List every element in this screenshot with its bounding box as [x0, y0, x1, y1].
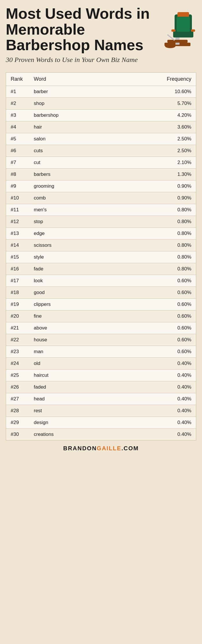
table-row: #21above0.60% — [6, 322, 196, 334]
footer-com: .COM — [121, 445, 139, 451]
cell-rank: #13 — [6, 227, 29, 239]
table-row: #13edge0.80% — [6, 227, 196, 239]
cell-word: salon — [29, 133, 113, 145]
table-row: #20fine0.60% — [6, 310, 196, 322]
svg-rect-3 — [173, 31, 193, 37]
cell-word: creations — [29, 428, 113, 440]
cell-rank: #17 — [6, 275, 29, 287]
cell-frequency: 5.70% — [113, 97, 196, 109]
footer: BRANDONGAILLE.COM — [6, 440, 196, 456]
table-row: #7cut2.10% — [6, 157, 196, 168]
table-row: #23man0.60% — [6, 346, 196, 357]
table-row: #12stop0.80% — [6, 216, 196, 227]
cell-word: cuts — [29, 145, 113, 157]
cell-word: man — [29, 346, 113, 357]
cell-rank: #16 — [6, 263, 29, 275]
title-block: Most Used Words in Memorable Barbershop … — [6, 6, 156, 69]
cell-rank: #15 — [6, 251, 29, 263]
cell-frequency: 10.60% — [113, 86, 196, 97]
table-row: #30creations0.40% — [6, 428, 196, 440]
cell-frequency: 0.60% — [113, 287, 196, 298]
cell-frequency: 0.80% — [113, 263, 196, 275]
cell-frequency: 0.60% — [113, 334, 196, 346]
cell-word: old — [29, 357, 113, 369]
cell-rank: #20 — [6, 310, 29, 322]
cell-frequency: 0.40% — [113, 405, 196, 417]
cell-frequency: 0.90% — [113, 180, 196, 192]
cell-rank: #23 — [6, 346, 29, 357]
table-row: #29design0.40% — [6, 417, 196, 428]
svg-rect-5 — [191, 29, 195, 32]
cell-rank: #25 — [6, 369, 29, 381]
cell-rank: #18 — [6, 287, 29, 298]
cell-frequency: 0.80% — [113, 227, 196, 239]
svg-point-9 — [165, 44, 175, 48]
cell-rank: #19 — [6, 298, 29, 310]
table-row: #26faded0.40% — [6, 381, 196, 393]
cell-rank: #9 — [6, 180, 29, 192]
cell-word: barber — [29, 86, 113, 97]
table-row: #24old0.40% — [6, 357, 196, 369]
cell-word: men's — [29, 204, 113, 216]
cell-frequency: 3.60% — [113, 121, 196, 133]
cell-word: barbers — [29, 168, 113, 180]
header-section: Most Used Words in Memorable Barbershop … — [6, 6, 196, 69]
cell-frequency: 0.60% — [113, 310, 196, 322]
svg-rect-6 — [177, 12, 189, 17]
cell-frequency: 0.80% — [113, 216, 196, 227]
table-row: #1barber10.60% — [6, 86, 196, 97]
cell-word: rest — [29, 405, 113, 417]
cell-frequency: 0.40% — [113, 381, 196, 393]
cell-word: hair — [29, 121, 113, 133]
footer-brandon: BRANDON — [63, 445, 97, 451]
cell-rank: #28 — [6, 405, 29, 417]
table-row: #14scissors0.80% — [6, 239, 196, 251]
cell-frequency: 0.60% — [113, 275, 196, 287]
table-row: #22house0.60% — [6, 334, 196, 346]
cell-word: style — [29, 251, 113, 263]
table-row: #15style0.80% — [6, 251, 196, 263]
cell-word: cut — [29, 157, 113, 168]
cell-rank: #3 — [6, 109, 29, 121]
table-row: #8barbers1.30% — [6, 168, 196, 180]
table-row: #16fade0.80% — [6, 263, 196, 275]
cell-frequency: 0.80% — [113, 251, 196, 263]
cell-rank: #26 — [6, 381, 29, 393]
svg-rect-4 — [171, 29, 175, 32]
data-table: Rank Word Frequency #1barber10.60%#2shop… — [6, 73, 196, 440]
cell-word: faded — [29, 381, 113, 393]
table-row: #27head0.40% — [6, 393, 196, 405]
cell-word: above — [29, 322, 113, 334]
table-row: #5salon2.50% — [6, 133, 196, 145]
cell-word: shop — [29, 97, 113, 109]
col-word-header: Word — [29, 73, 113, 86]
cell-word: look — [29, 275, 113, 287]
cell-frequency: 0.40% — [113, 357, 196, 369]
table-row: #28rest0.40% — [6, 405, 196, 417]
table-row: #18good0.60% — [6, 287, 196, 298]
cell-rank: #4 — [6, 121, 29, 133]
cell-word: house — [29, 334, 113, 346]
page-container: Most Used Words in Memorable Barbershop … — [0, 0, 202, 456]
cell-word: design — [29, 417, 113, 428]
cell-frequency: 0.40% — [113, 393, 196, 405]
cell-rank: #11 — [6, 204, 29, 216]
cell-word: scissors — [29, 239, 113, 251]
cell-word: haircut — [29, 369, 113, 381]
cell-word: stop — [29, 216, 113, 227]
cell-word: clippers — [29, 298, 113, 310]
cell-rank: #29 — [6, 417, 29, 428]
cell-rank: #24 — [6, 357, 29, 369]
main-title: Most Used Words in Memorable Barbershop … — [6, 6, 156, 53]
cell-rank: #8 — [6, 168, 29, 180]
cell-rank: #6 — [6, 145, 29, 157]
table-row: #17look0.60% — [6, 275, 196, 287]
footer-gaille: GAILLE — [97, 445, 121, 451]
cell-word: edge — [29, 227, 113, 239]
cell-frequency: 0.60% — [113, 322, 196, 334]
cell-rank: #27 — [6, 393, 29, 405]
svg-rect-7 — [177, 17, 190, 32]
cell-word: comb — [29, 192, 113, 204]
svg-rect-8 — [167, 40, 188, 43]
cell-frequency: 4.20% — [113, 109, 196, 121]
